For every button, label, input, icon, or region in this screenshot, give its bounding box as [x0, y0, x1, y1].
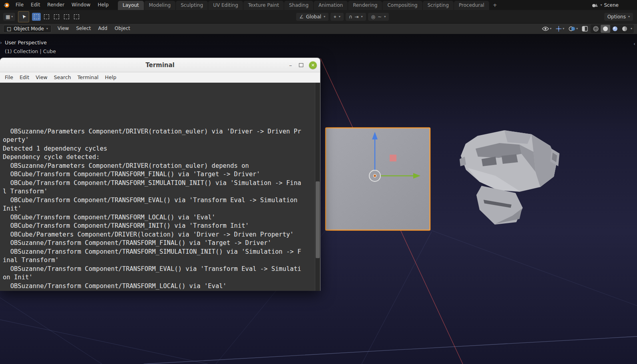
select-mode-subtract[interactable]: [52, 13, 61, 21]
shading-rendered-button[interactable]: [620, 25, 629, 33]
terminal-line: operty': [3, 136, 320, 145]
select-mode-extend[interactable]: [42, 13, 51, 21]
minimize-button[interactable]: –: [287, 61, 295, 69]
workspace-tab[interactable]: Scripting: [423, 1, 454, 10]
terminal-scrollbar[interactable]: [315, 83, 320, 291]
select-mode-intersect[interactable]: [72, 13, 81, 21]
terminal-line: OBCube/Transform Component/TRANSFORM_FIN…: [3, 170, 320, 179]
chevron-down-icon: ▾: [339, 15, 340, 18]
terminal-line: OBCube/Transform Component/TRANSFORM_LOC…: [3, 213, 320, 222]
terminal-line: OBSuzanne/Transform Component/TRANSFORM_…: [3, 239, 320, 248]
editor-type-selector[interactable]: ▦ ▾: [3, 13, 15, 21]
terminal-content[interactable]: OBSuzanne/Parameters Component/DRIVER(ro…: [0, 83, 320, 291]
object-origin: [373, 174, 376, 177]
mode-dropdown[interactable]: □ Object Mode ▾: [3, 25, 52, 33]
terminal-line: OBSuzanne/Transform Component/TRANSFORM_…: [3, 265, 320, 274]
select-mode-set[interactable]: [32, 13, 41, 21]
toggle-xray-button[interactable]: [581, 25, 589, 32]
workspace-tab[interactable]: Animation: [314, 1, 348, 10]
orientation-value: Global: [306, 14, 321, 20]
terminal-line: OBSuzanne/Transform Component/TRANSFORM_…: [3, 290, 320, 291]
shading-solid-button[interactable]: [601, 25, 610, 33]
topbar-menu[interactable]: Render: [44, 0, 68, 10]
terminal-menu[interactable]: Search: [51, 72, 74, 82]
options-dropdown[interactable]: Options ▾: [604, 13, 633, 21]
terminal-line: OBCube/Transform Component/TRANSFORM_EVA…: [3, 196, 320, 205]
viewport-menu[interactable]: Add: [94, 23, 111, 34]
terminal-titlebar[interactable]: Terminal – ✕: [0, 58, 320, 72]
tool-settings-bar: ▦ ▾ ➤ ∠ Global ▾ ⌖ ▾ ∩ ⇥ ▾ ◎: [0, 10, 637, 24]
active-tool-select-box[interactable]: ➤: [18, 11, 29, 22]
object-mode-icon: □: [7, 26, 11, 32]
terminal-line: OBCube/Transform Component/TRANSFORM_INI…: [3, 222, 320, 231]
scrollbar-thumb[interactable]: [316, 181, 320, 258]
terminal-line: OBCube/Parameters Component/DRIVER(locat…: [3, 231, 320, 239]
terminal-line: OBSuzanne/Parameters Component/DRIVER(ro…: [3, 127, 320, 136]
scene-selector[interactable]: ▾ Scene: [592, 2, 619, 8]
shading-wireframe-button[interactable]: [591, 25, 601, 33]
show-overlays-dropdown[interactable]: ▾: [567, 25, 579, 32]
terminal-line: OBSuzanne/Transform Component/TRANSFORM_…: [3, 248, 320, 257]
magnet-icon[interactable]: ∩: [349, 14, 352, 20]
workspace-tab[interactable]: Compositing: [382, 1, 422, 10]
chevron-down-icon: ▾: [361, 15, 363, 18]
blender-menu-button[interactable]: [0, 2, 12, 8]
topbar-menu[interactable]: Edit: [27, 0, 44, 10]
viewport-menu[interactable]: Object: [111, 23, 134, 34]
view-perspective-label: User Perspective: [5, 40, 47, 46]
rendered-sphere-icon: [622, 26, 627, 32]
terminal-window[interactable]: Terminal – ✕ FileEditViewSearchTerminalH…: [0, 58, 320, 291]
workspace-tab[interactable]: Layout: [118, 1, 144, 10]
blender-topbar: FileEditRenderWindowHelp LayoutModelingS…: [0, 0, 637, 10]
gizmo-icon: [555, 26, 562, 32]
falloff-curve-icon[interactable]: ∼: [378, 14, 382, 20]
blender-logo-icon: [3, 2, 10, 8]
proportional-editing-icon[interactable]: ◎: [371, 14, 375, 20]
viewport-menu[interactable]: View: [54, 23, 72, 34]
workspace-tab[interactable]: UV Editing: [208, 1, 243, 10]
terminal-menu[interactable]: Help: [102, 72, 120, 82]
sidebar-expand-arrow[interactable]: ‹: [633, 41, 635, 47]
orientation-icon: ∠: [299, 14, 304, 20]
workspace-tab[interactable]: Texture Paint: [243, 1, 284, 10]
topbar-menu[interactable]: Help: [94, 0, 112, 10]
topbar-menu[interactable]: Window: [68, 0, 94, 10]
workspace-tab[interactable]: Sculpting: [176, 1, 208, 10]
terminal-menu[interactable]: File: [2, 72, 16, 82]
driver-marker: [390, 155, 396, 161]
close-button[interactable]: ✕: [309, 61, 317, 69]
transform-orientation-dropdown[interactable]: ∠ Global ▾: [296, 13, 328, 21]
terminal-line: OBCube/Transform Component/TRANSFORM_SIM…: [3, 179, 320, 188]
toolbar-expand-arrow[interactable]: ›: [0, 40, 2, 46]
workspace-tab[interactable]: Modeling: [144, 1, 176, 10]
viewport-menu[interactable]: Select: [72, 23, 94, 34]
chevron-down-icon: ▾: [550, 27, 551, 30]
pivot-point-dropdown[interactable]: ⌖ ▾: [330, 13, 344, 21]
workspace-tab[interactable]: Shading: [284, 1, 313, 10]
mode-value: Object Mode: [14, 26, 44, 32]
topbar-menu[interactable]: File: [12, 0, 27, 10]
show-gizmo-dropdown[interactable]: ▾: [554, 25, 565, 33]
chevron-down-icon: ▾: [600, 3, 602, 7]
snapping-group: ∩ ⇥ ▾: [346, 13, 366, 21]
scene-icon: [592, 2, 598, 8]
shading-material-button[interactable]: [610, 25, 620, 33]
workspace-tab[interactable]: Rendering: [348, 1, 382, 10]
terminal-line: on Init': [3, 273, 320, 282]
select-mode-invert[interactable]: [62, 13, 71, 21]
object-visibility-dropdown[interactable]: ▾: [541, 26, 553, 32]
scene-name: Scene: [604, 2, 619, 8]
add-workspace-button[interactable]: +: [489, 2, 501, 8]
terminal-menu[interactable]: Terminal: [74, 72, 102, 82]
cube-object[interactable]: [326, 128, 430, 230]
chevron-down-icon: ▾: [628, 15, 630, 18]
snap-target-icon[interactable]: ⇥: [355, 14, 359, 20]
restore-button[interactable]: [297, 61, 305, 69]
terminal-line: OBSuzanne/Parameters Component/DRIVER(ro…: [3, 162, 320, 171]
options-label: Options: [607, 14, 626, 20]
workspace-tab[interactable]: Procedural: [454, 1, 489, 10]
shading-mode-group: ▾: [591, 24, 634, 33]
material-sphere-icon: [612, 26, 618, 32]
terminal-menu[interactable]: Edit: [16, 72, 32, 82]
terminal-menu[interactable]: View: [32, 72, 51, 82]
